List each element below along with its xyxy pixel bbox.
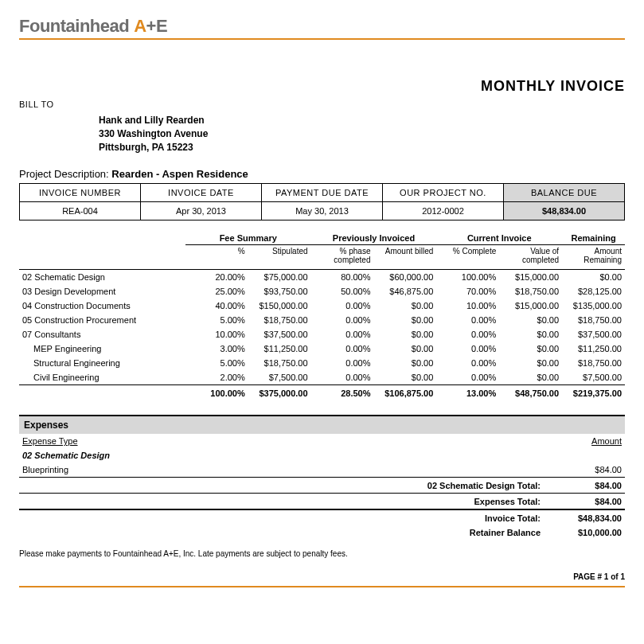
retainer-label: Retainer Balance (22, 528, 550, 537)
fee-group-previously: Previously Invoiced (311, 232, 437, 245)
fee-cell-rem: $7,500.00 (562, 370, 625, 385)
fee-cell-rem: $28,125.00 (562, 284, 625, 299)
fee-cell-stip: $18,750.00 (248, 356, 311, 370)
expense-item-name: Blueprinting (22, 465, 68, 474)
fee-table: Fee Summary Previously Invoiced Current … (19, 232, 625, 400)
expense-cat-total-label: 02 Schematic Design Total: (22, 481, 550, 490)
retainer-value: $10,000.00 (550, 528, 622, 537)
fee-cell-val: $15,000.00 (499, 299, 562, 313)
meta-v-project-no: 2012-0002 (383, 202, 504, 221)
company-e: E (156, 16, 167, 36)
fee-cell-val: $0.00 (499, 356, 562, 370)
fee-sub-stipulated: Stipulated (248, 245, 311, 270)
expense-cat-total-value: $84.00 (550, 481, 622, 490)
meta-h-invoice-date: INVOICE DATE (141, 184, 262, 202)
fee-total-blank (19, 385, 185, 401)
expenses-total-value: $84.00 (550, 497, 622, 506)
fee-cell-cpc: 0.00% (436, 313, 499, 327)
fee-cell-phc: 0.00% (311, 313, 374, 327)
project-desc-value: Rearden - Aspen Residence (111, 168, 248, 180)
bill-to-cityline: Pittsburgh, PA 15223 (99, 141, 625, 154)
fee-row: MEP Engineering3.00%$11,250.000.00%$0.00… (19, 342, 625, 356)
fee-cell-amt: $0.00 (373, 313, 436, 327)
fee-cell-stip: $37,500.00 (248, 327, 311, 342)
fee-cell-name: 02 Schematic Design (19, 270, 185, 285)
fee-cell-cpc: 100.00% (436, 270, 499, 285)
company-header: Fountainhead A+E (19, 16, 625, 37)
fee-cell-pct: 10.00% (185, 327, 248, 342)
invoice-total-value: $48,834.00 (550, 513, 622, 523)
expense-amount-label: Amount (591, 436, 622, 446)
meta-v-balance-due: $48,834.00 (504, 202, 625, 221)
fee-cell-stip: $75,000.00 (248, 270, 311, 285)
fee-total-phc: 28.50% (311, 385, 374, 401)
project-description: Project Description: Rearden - Aspen Res… (19, 168, 625, 180)
fee-sub-value-completed: Value of completed (499, 245, 562, 270)
fee-cell-amt: $0.00 (373, 342, 436, 356)
expense-column-headers: Expense Type Amount (19, 434, 625, 448)
fee-cell-phc: 50.00% (311, 284, 374, 299)
bill-to-label: BILL TO (19, 100, 625, 109)
fee-cell-name: Structural Engineering (19, 356, 185, 370)
fee-row: 07 Consultants10.00%$37,500.000.00%$0.00… (19, 327, 625, 342)
fee-total-val: $48,750.00 (499, 385, 562, 401)
invoice-total: Invoice Total: $48,834.00 (19, 509, 625, 525)
fee-group-remaining: Remaining (562, 232, 625, 245)
fee-section: Fee Summary Previously Invoiced Current … (19, 232, 625, 400)
fee-cell-amt: $0.00 (373, 356, 436, 370)
fee-cell-stip: $11,250.00 (248, 342, 311, 356)
meta-v-invoice-date: Apr 30, 2013 (141, 202, 262, 221)
doc-title: MONTHLY INVOICE (19, 78, 625, 95)
fee-cell-name: 03 Design Development (19, 284, 185, 299)
fee-sub-amount-remaining: Amount Remaining (562, 245, 625, 270)
expenses-total-label: Expenses Total: (22, 497, 550, 506)
invoice-meta-table: INVOICE NUMBER INVOICE DATE PAYMENT DUE … (19, 183, 625, 221)
bill-to-block: Hank and Lilly Rearden 330 Washington Av… (99, 114, 625, 154)
company-plus: + (146, 16, 156, 36)
fee-cell-amt: $0.00 (373, 299, 436, 313)
fee-cell-val: $15,000.00 (499, 270, 562, 285)
meta-h-invoice-number: INVOICE NUMBER (20, 184, 141, 202)
fee-cell-rem: $11,250.00 (562, 342, 625, 356)
meta-v-payment-due: May 30, 2013 (262, 202, 383, 221)
fee-cell-phc: 0.00% (311, 370, 374, 385)
fee-cell-pct: 20.00% (185, 270, 248, 285)
fee-cell-amt: $60,000.00 (373, 270, 436, 285)
fee-cell-name: 05 Construction Procurement (19, 313, 185, 327)
fee-total-cpc: 13.00% (436, 385, 499, 401)
fee-cell-stip: $150,000.00 (248, 299, 311, 313)
fee-total-stip: $375,000.00 (248, 385, 311, 401)
fee-cell-cpc: 0.00% (436, 356, 499, 370)
fee-cell-val: $0.00 (499, 327, 562, 342)
fee-row: 02 Schematic Design20.00%$75,000.0080.00… (19, 270, 625, 285)
company-name: Fountainhead (19, 16, 129, 37)
fee-cell-val: $0.00 (499, 370, 562, 385)
fee-cell-cpc: 0.00% (436, 342, 499, 356)
expense-item-amount: $84.00 (595, 465, 622, 474)
fee-blank-corner (19, 232, 185, 245)
fee-sub-pct: % (185, 245, 248, 270)
bill-to-street: 330 Washington Avenue (99, 127, 625, 141)
fee-cell-phc: 0.00% (311, 327, 374, 342)
fee-cell-rem: $18,750.00 (562, 313, 625, 327)
fee-cell-pct: 2.00% (185, 370, 248, 385)
fee-cell-val: $0.00 (499, 342, 562, 356)
fee-cell-pct: 5.00% (185, 356, 248, 370)
fee-total-amt: $106,875.00 (373, 385, 436, 401)
fee-cell-cpc: 70.00% (436, 284, 499, 299)
fee-cell-stip: $7,500.00 (248, 370, 311, 385)
fee-sub-pct-complete: % Complete (436, 245, 499, 270)
fee-cell-cpc: 0.00% (436, 327, 499, 342)
fee-total-rem: $219,375.00 (562, 385, 625, 401)
fee-cell-pct: 5.00% (185, 313, 248, 327)
meta-h-balance-due: BALANCE DUE (504, 184, 625, 202)
fee-cell-name: MEP Engineering (19, 342, 185, 356)
fee-cell-stip: $93,750.00 (248, 284, 311, 299)
expense-category-total: 02 Schematic Design Total: $84.00 (19, 477, 625, 493)
fee-cell-amt: $0.00 (373, 327, 436, 342)
fee-cell-rem: $135,000.00 (562, 299, 625, 313)
expense-category-name: 02 Schematic Design (22, 451, 110, 460)
page-number: PAGE # 1 of 1 (19, 572, 625, 581)
fee-cell-pct: 3.00% (185, 342, 248, 356)
expense-line-item: Blueprinting $84.00 (19, 463, 625, 477)
